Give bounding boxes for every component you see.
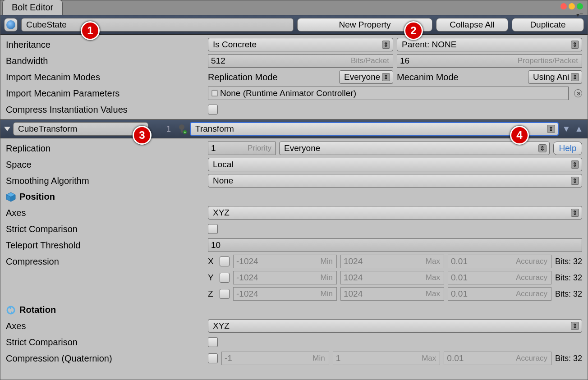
teleport-threshold-field[interactable]: 10	[208, 238, 582, 252]
callout-2: 2	[404, 21, 423, 40]
maximize-icon[interactable]	[577, 3, 583, 9]
compress-instantiation-label: Compress Instantiation Values	[6, 105, 204, 115]
replication-dropdown[interactable]: Everyone	[279, 142, 550, 155]
comp-y-min[interactable]: -1024Min	[233, 271, 337, 284]
rotation-axes-label: Axes	[6, 321, 204, 331]
rot-comp-max[interactable]: 1Max	[333, 352, 441, 365]
inheritance-label: Inheritance	[6, 40, 204, 50]
position-strict-checkbox[interactable]	[208, 224, 218, 234]
svg-rect-2	[181, 129, 183, 133]
tab-options-icon[interactable]: ▾≡	[576, 11, 583, 18]
minimize-icon[interactable]	[569, 3, 575, 9]
position-axes-dropdown[interactable]: XYZ	[208, 206, 582, 220]
controller-icon[interactable]: +	[176, 124, 187, 134]
axis-z-label: Z	[208, 289, 216, 299]
comp-y-acc[interactable]: 0.01Accuracy	[448, 271, 551, 284]
duplicate-button[interactable]: Duplicate	[512, 18, 584, 32]
window-controls	[560, 3, 583, 9]
svg-text:+: +	[184, 130, 186, 134]
rot-comp-bits: Bits: 32	[555, 354, 582, 363]
rotation-axes-dropdown[interactable]: XYZ	[208, 319, 582, 333]
callout-4: 4	[510, 126, 529, 145]
rot-comp-checkbox[interactable]	[208, 353, 218, 363]
callout-3: 3	[133, 126, 152, 145]
axis-y-label: Y	[208, 273, 216, 283]
animator-controller-field[interactable]: None (Runtime Animator Controller)	[208, 87, 569, 100]
comp-z-bits: Bits: 32	[555, 289, 582, 299]
property-index-label: 1	[151, 124, 174, 134]
comp-y-max[interactable]: 1024Max	[340, 271, 444, 284]
comp-z-checkbox[interactable]	[220, 289, 230, 299]
position-strict-label: Strict Comparison	[6, 224, 204, 234]
comp-x-min[interactable]: -1024Min	[233, 255, 337, 268]
smoothing-dropdown[interactable]: None	[208, 174, 582, 188]
import-mecanim-params-label: Import Mecanim Parameters	[6, 88, 204, 99]
comp-z-min[interactable]: -1024Min	[233, 287, 337, 301]
property-name-field[interactable]: CubeTransform	[13, 122, 148, 136]
priority-field[interactable]: 1Priority	[208, 142, 276, 155]
replication-mode-label: Replication Mode	[208, 72, 278, 82]
object-picker-icon[interactable]: ⊙	[574, 89, 582, 97]
comp-x-checkbox[interactable]	[220, 256, 230, 266]
teleport-threshold-label: Teleport Threshold	[6, 240, 204, 251]
svg-point-1	[179, 124, 184, 130]
close-icon[interactable]	[560, 3, 567, 9]
collapse-all-button[interactable]: Collapse All	[436, 18, 508, 32]
bandwidth-label: Bandwidth	[6, 56, 204, 66]
bits-per-packet-hint: Bits/Packet	[351, 56, 389, 65]
rotation-section-header: Rotation	[6, 302, 582, 318]
rotation-icon	[6, 305, 16, 315]
property-header-bar: CubeTransform 1 + Transform ▼ ▲	[0, 119, 588, 138]
tab-bar: Bolt Editor ▾≡	[0, 0, 588, 15]
position-compression-label: Compression	[6, 256, 204, 267]
help-button[interactable]: Help	[553, 142, 582, 155]
rot-comp-min[interactable]: -1Min	[221, 352, 329, 365]
comp-y-bits: Bits: 32	[555, 273, 582, 283]
comp-z-acc[interactable]: 0.01Accuracy	[448, 287, 551, 301]
move-down-icon[interactable]: ▼	[561, 124, 571, 134]
comp-x-bits: Bits: 32	[555, 257, 582, 266]
smoothing-label: Smoothing Algorithm	[6, 176, 204, 186]
bandwidth-bits-field[interactable]: 512Bits/Packet	[208, 54, 393, 68]
expand-toggle-icon[interactable]	[4, 127, 10, 131]
callout-1: 1	[81, 21, 100, 40]
object-icon	[211, 90, 218, 97]
editor-window: Bolt Editor ▾≡ CubeState New Property Co…	[0, 0, 588, 380]
props-per-packet-hint: Properties/Packet	[518, 56, 578, 65]
move-up-icon[interactable]: ▲	[574, 124, 584, 134]
tab-bolt-editor[interactable]: Bolt Editor	[2, 0, 63, 15]
comp-z-max[interactable]: 1024Max	[340, 287, 444, 301]
space-label: Space	[6, 160, 204, 170]
space-dropdown[interactable]: Local	[208, 158, 582, 171]
axis-x-label: X	[208, 256, 216, 266]
is-concrete-dropdown[interactable]: Is Concrete	[208, 38, 393, 51]
rotation-compression-label: Compression (Quaternion)	[6, 353, 204, 364]
import-mecanim-modes-label: Import Mecanim Modes	[6, 72, 204, 82]
comp-y-checkbox[interactable]	[220, 273, 230, 283]
replication-mode-dropdown[interactable]: Everyone	[339, 70, 393, 84]
mecanim-mode-dropdown[interactable]: Using Ani	[528, 70, 582, 84]
comp-x-acc[interactable]: 0.01Accuracy	[448, 255, 551, 268]
rotation-strict-checkbox[interactable]	[208, 337, 218, 347]
state-name-field[interactable]: CubeState	[21, 18, 294, 32]
state-settings: Inheritance Is Concrete Parent: NONE Ban…	[0, 35, 588, 119]
compress-instantiation-checkbox[interactable]	[208, 105, 218, 114]
comp-x-max[interactable]: 1024Max	[340, 255, 444, 268]
bandwidth-props-field[interactable]: 16Properties/Packet	[397, 54, 582, 68]
replication-label: Replication	[6, 143, 204, 154]
mecanim-mode-label: Mecanim Mode	[397, 72, 459, 82]
parent-dropdown[interactable]: Parent: NONE	[397, 38, 582, 51]
rotation-strict-label: Strict Comparison	[6, 337, 204, 348]
state-type-icon	[4, 18, 18, 32]
property-type-dropdown[interactable]: Transform	[190, 122, 559, 136]
property-details: Replication 1Priority Everyone Help Spac…	[0, 138, 588, 368]
position-section-header: Position	[6, 189, 582, 205]
rot-comp-acc[interactable]: 0.01Accuracy	[444, 352, 551, 365]
position-icon	[6, 192, 16, 202]
position-axes-label: Axes	[6, 208, 204, 218]
svg-rect-0	[212, 91, 217, 96]
